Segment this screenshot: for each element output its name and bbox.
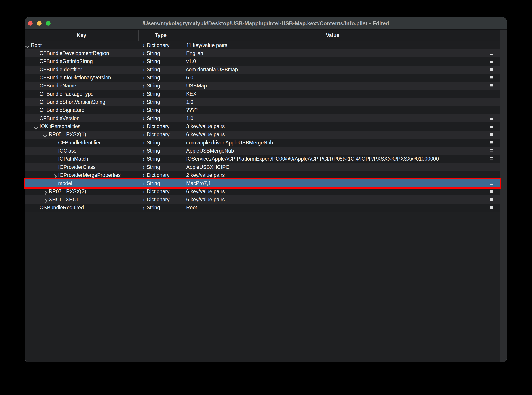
- row-type-cell[interactable]: ↕String: [139, 164, 183, 170]
- disclosure-collapsed-icon[interactable]: [53, 174, 57, 178]
- plist-row[interactable]: CFBundleVersion↕String1.0≡: [25, 114, 500, 122]
- plist-row[interactable]: CFBundleIdentifier↕Stringcom.dortania.US…: [25, 66, 500, 74]
- type-updown-icon[interactable]: ↕: [142, 197, 145, 202]
- row-type-cell[interactable]: ↕String: [139, 83, 183, 89]
- row-type-cell[interactable]: ↕String: [139, 107, 183, 113]
- window-titlebar[interactable]: /Users/mykolagrymalyuk/Desktop/USB-Mappi…: [25, 17, 506, 29]
- row-value-cell[interactable]: Root: [183, 205, 482, 211]
- row-value-cell[interactable]: English: [183, 50, 482, 56]
- row-type-cell[interactable]: ↕String: [139, 91, 183, 97]
- plist-row[interactable]: IOPathMatch↕StringIOService:/AppleACPIPl…: [25, 155, 500, 163]
- row-value-cell[interactable]: 11 key/value pairs: [183, 42, 482, 48]
- type-updown-icon[interactable]: ↕: [142, 157, 145, 161]
- plist-row[interactable]: model↕StringMacPro7,1≡: [25, 179, 500, 187]
- row-menu-icon[interactable]: ≡: [489, 188, 493, 195]
- row-value-cell[interactable]: com.dortania.USBmap: [183, 67, 482, 73]
- row-value-cell[interactable]: 1.0: [183, 99, 482, 105]
- plist-row[interactable]: RP05 - PXSX(1)↕Dictionary6 key/value pai…: [25, 131, 500, 139]
- row-value-cell[interactable]: AppleUSBMergeNub: [183, 148, 482, 154]
- type-updown-icon[interactable]: ↕: [142, 51, 145, 55]
- plist-row[interactable]: IOProviderMergeProperties↕Dictionary2 ke…: [25, 171, 500, 179]
- plist-row[interactable]: IOKitPersonalities↕Dictionary3 key/value…: [25, 122, 500, 130]
- plist-row[interactable]: CFBundleName↕StringUSBMap≡: [25, 82, 500, 90]
- row-menu-icon[interactable]: ≡: [489, 82, 493, 89]
- row-menu-icon[interactable]: ≡: [489, 196, 493, 203]
- type-updown-icon[interactable]: ↕: [142, 173, 145, 177]
- plist-row[interactable]: CFBundleShortVersionString↕String1.0≡: [25, 98, 500, 106]
- type-updown-icon[interactable]: ↕: [142, 108, 145, 113]
- row-value-cell[interactable]: 6.0: [183, 75, 482, 81]
- plist-row[interactable]: Root↕Dictionary11 key/value pairs: [25, 41, 500, 49]
- disclosure-open-icon[interactable]: [43, 133, 47, 137]
- row-value-cell[interactable]: ????: [183, 107, 482, 113]
- row-type-cell[interactable]: ↕String: [139, 58, 183, 64]
- row-menu-icon[interactable]: ≡: [489, 155, 493, 162]
- row-type-cell[interactable]: ↕String: [139, 148, 183, 154]
- column-header-key[interactable]: Key: [25, 29, 139, 41]
- row-value-cell[interactable]: 6 key/value pairs: [183, 197, 482, 203]
- row-type-cell[interactable]: ↕Dictionary: [139, 172, 183, 178]
- plist-row[interactable]: IOProviderClass↕StringAppleUSBXHCIPCI≡: [25, 163, 500, 171]
- plist-row[interactable]: CFBundleInfoDictionaryVersion↕String6.0≡: [25, 74, 500, 82]
- row-menu-icon[interactable]: ≡: [489, 147, 493, 154]
- plist-row[interactable]: XHCI - XHCI↕Dictionary6 key/value pairs≡: [25, 196, 500, 203]
- row-menu-icon[interactable]: ≡: [489, 164, 493, 170]
- row-value-cell[interactable]: KEXT: [183, 91, 482, 97]
- disclosure-open-icon[interactable]: [34, 125, 38, 129]
- disclosure-collapsed-icon[interactable]: [43, 191, 47, 195]
- row-type-cell[interactable]: ↕Dictionary: [139, 123, 183, 130]
- type-updown-icon[interactable]: ↕: [142, 181, 145, 186]
- column-header-type[interactable]: Type: [139, 29, 183, 41]
- row-value-cell[interactable]: 3 key/value pairs: [183, 123, 482, 130]
- type-updown-icon[interactable]: ↕: [142, 189, 145, 194]
- row-menu-icon[interactable]: ≡: [489, 139, 493, 146]
- type-updown-icon[interactable]: ↕: [142, 75, 145, 80]
- row-value-cell[interactable]: 6 key/value pairs: [183, 189, 482, 195]
- row-value-cell[interactable]: 6 key/value pairs: [183, 132, 482, 137]
- row-menu-icon[interactable]: ≡: [489, 106, 493, 113]
- row-menu-icon[interactable]: ≡: [489, 58, 493, 65]
- row-menu-icon[interactable]: ≡: [489, 131, 493, 138]
- row-type-cell[interactable]: ↕String: [139, 75, 183, 81]
- type-updown-icon[interactable]: ↕: [142, 84, 145, 88]
- plist-row[interactable]: RP07 - PXSX(2)↕Dictionary6 key/value pai…: [25, 187, 500, 196]
- row-value-cell[interactable]: MacPro7,1: [183, 180, 482, 186]
- type-updown-icon[interactable]: ↕: [142, 43, 145, 47]
- row-type-cell[interactable]: ↕String: [139, 156, 183, 162]
- row-type-cell[interactable]: ↕Dictionary: [139, 132, 183, 137]
- row-menu-icon[interactable]: ≡: [489, 66, 493, 73]
- type-updown-icon[interactable]: ↕: [142, 148, 145, 153]
- row-type-cell[interactable]: ↕String: [139, 205, 183, 211]
- type-updown-icon[interactable]: ↕: [142, 206, 145, 210]
- column-header-value[interactable]: Value: [183, 29, 482, 41]
- row-value-cell[interactable]: 1.0: [183, 115, 482, 121]
- plist-row[interactable]: CFBundleSignature↕String????≡: [25, 106, 500, 114]
- row-type-cell[interactable]: ↕String: [139, 180, 183, 186]
- type-updown-icon[interactable]: ↕: [142, 140, 145, 145]
- row-menu-icon[interactable]: ≡: [489, 123, 493, 130]
- type-updown-icon[interactable]: ↕: [142, 165, 145, 169]
- row-menu-icon[interactable]: ≡: [489, 90, 493, 97]
- row-menu-icon[interactable]: ≡: [489, 171, 493, 178]
- row-menu-icon[interactable]: ≡: [489, 99, 493, 105]
- plist-row[interactable]: OSBundleRequired↕StringRoot≡: [25, 204, 500, 212]
- row-value-cell[interactable]: com.apple.driver.AppleUSBMergeNub: [183, 140, 482, 146]
- type-updown-icon[interactable]: ↕: [142, 59, 145, 64]
- row-value-cell[interactable]: AppleUSBXHCIPCI: [183, 164, 482, 170]
- row-menu-icon[interactable]: ≡: [489, 50, 493, 57]
- row-menu-icon[interactable]: ≡: [489, 180, 493, 187]
- disclosure-collapsed-icon[interactable]: [43, 199, 47, 203]
- type-updown-icon[interactable]: ↕: [142, 116, 145, 121]
- row-type-cell[interactable]: ↕String: [139, 140, 183, 146]
- row-value-cell[interactable]: v1.0: [183, 58, 482, 64]
- row-type-cell[interactable]: ↕Dictionary: [139, 189, 183, 195]
- row-type-cell[interactable]: ↕Dictionary: [139, 197, 183, 203]
- row-value-cell[interactable]: 2 key/value pairs: [183, 172, 482, 178]
- plist-row[interactable]: CFBundleDevelopmentRegion↕StringEnglish≡: [25, 49, 500, 57]
- disclosure-open-icon[interactable]: [25, 44, 29, 48]
- scrollbar-track[interactable]: [500, 29, 506, 362]
- row-menu-icon[interactable]: ≡: [489, 74, 493, 81]
- row-type-cell[interactable]: ↕String: [139, 67, 183, 73]
- row-value-cell[interactable]: USBMap: [183, 83, 482, 89]
- type-updown-icon[interactable]: ↕: [142, 132, 145, 137]
